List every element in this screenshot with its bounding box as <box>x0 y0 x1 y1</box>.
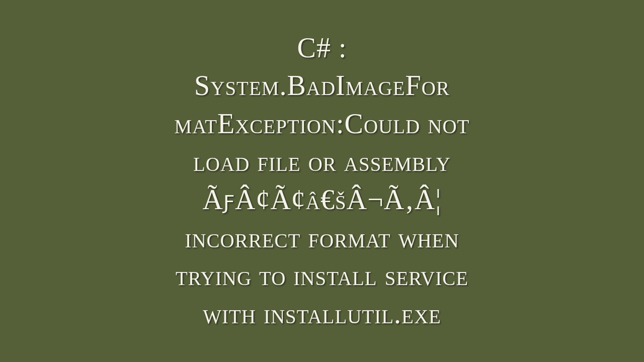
title-line-6: incorrect format when <box>35 219 609 257</box>
title-card: C# : System.BadImageFor matException:Cou… <box>0 29 644 333</box>
title-line-8: with installutil.exe <box>35 295 609 333</box>
title-line-7: trying to install service <box>35 257 609 295</box>
title-line-5: ÃƒÂ¢Ã¢â€šÂ¬Ã‚Â¦ <box>35 181 609 219</box>
title-line-3: matException:Could not <box>35 105 609 143</box>
title-line-4: load file or assembly <box>35 143 609 181</box>
title-line-1: C# : <box>35 29 609 67</box>
title-line-2: System.BadImageFor <box>35 67 609 105</box>
